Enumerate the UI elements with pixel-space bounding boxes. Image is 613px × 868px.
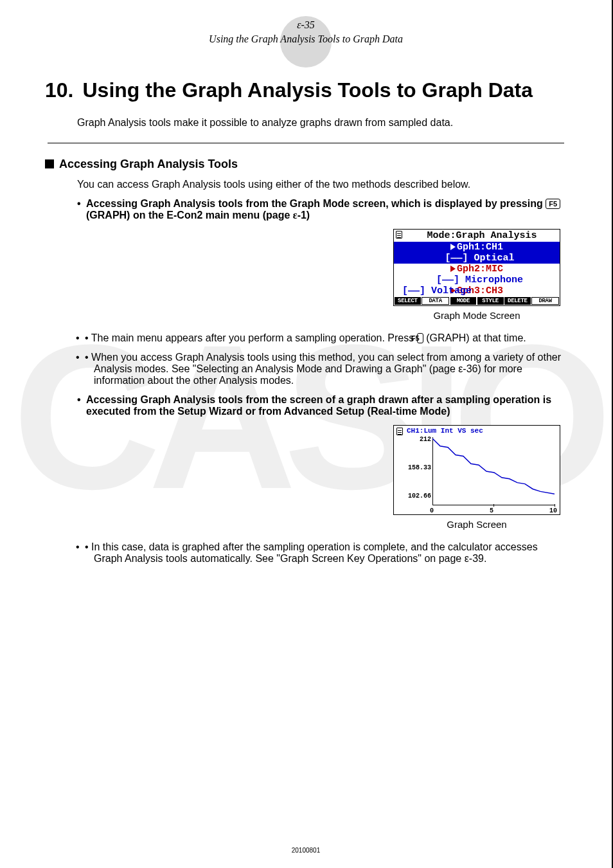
screen-mode-title: Mode:Graph Analysis (404, 230, 560, 242)
para-auto-access: • In this case, data is graphed after th… (85, 541, 567, 565)
graph-mode-screen: Mode:Graph Analysis Gph1:CH1 [——] Optica… (393, 229, 560, 306)
p1-pre: The main menu appears after you perform … (91, 332, 417, 343)
content: 10. Using the Graph Analysis Tools to Gr… (45, 77, 567, 565)
y-label-212: 212 (420, 436, 431, 443)
b1-pre: Accessing Graph Analysis tools from the … (86, 198, 546, 209)
graph-title: CH1:Lum Int VS sec (407, 427, 483, 435)
battery-icon-2 (396, 428, 403, 435)
para-main-menu: • The main menu appears after you perfor… (85, 332, 567, 344)
page-number: ε-35 (45, 19, 567, 31)
lead-paragraph: Graph Analysis tools make it possible to… (77, 117, 567, 129)
f4-style: STYLE (477, 297, 504, 305)
f5-delete: DELETE (504, 297, 531, 305)
graph-axes (432, 437, 555, 505)
x-label-0: 0 (430, 507, 434, 514)
x-label-5: 5 (490, 507, 493, 514)
p2-text: When you access Graph Analysis tools usi… (91, 352, 561, 386)
battery-icon (396, 231, 402, 239)
gph2-label: Gph2:MIC (457, 264, 503, 275)
screenshot-1-caption: Graph Mode Screen (393, 310, 560, 321)
bullet-method-1: Accessing Graph Analysis tools from the … (77, 198, 567, 221)
screenshot-2-col: CH1:Lum Int VS sec 212 158.33 102.66 0 (393, 425, 560, 530)
data-line (432, 437, 555, 505)
y-label-158: 158.33 (408, 464, 431, 471)
subheading-text: Accessing Graph Analysis Tools (59, 158, 238, 171)
para-analysis-modes: • When you access Graph Analysis tools u… (85, 352, 567, 386)
function-key-bar: SELECT DATA MODE STYLE DELETE DRAW (395, 297, 559, 305)
b1-post1: (GRAPH) on the E-Con2 main menu (page (86, 210, 293, 221)
bullet-method-2: Accessing Graph Analysis tools from the … (77, 394, 567, 417)
gph1-sensor: [——] Optical (394, 253, 560, 264)
gph1-row: Gph1:CH1 (394, 242, 560, 253)
b1-post2: -1) (298, 210, 310, 221)
f5-keycap-icon: F5 (546, 199, 560, 209)
square-bullet-icon (45, 159, 54, 168)
page-num-value: -35 (301, 19, 314, 30)
intro-text: You can access Graph Analysis tools usin… (77, 179, 567, 190)
x-label-10: 10 (549, 507, 557, 514)
gph2-sensor: [——] Microphone (394, 275, 560, 285)
section-number: 10. (45, 77, 73, 104)
screenshot-2-row: CH1:Lum Int VS sec 212 158.33 102.66 0 (45, 425, 560, 530)
p3-text: In this case, data is graphed after the … (91, 541, 538, 564)
gph1-label: Gph1:CH1 (457, 242, 503, 253)
screenshot-1-col: Mode:Graph Analysis Gph1:CH1 [——] Optica… (393, 229, 560, 321)
subheading-accessing: Accessing Graph Analysis Tools (45, 158, 567, 171)
section-title-text: Using the Graph Analysis Tools to Graph … (82, 77, 533, 104)
graph-screen: CH1:Lum Int VS sec 212 158.33 102.66 0 (393, 425, 560, 515)
section-title: 10. Using the Graph Analysis Tools to Gr… (45, 77, 567, 104)
f6-draw: DRAW (531, 297, 559, 305)
gph2-row: Gph2:MIC (394, 264, 560, 275)
gph3-sensor: [——] Voltage (395, 285, 473, 296)
p1-post: (GRAPH) at that time. (426, 332, 526, 343)
screenshot-1-row: Mode:Graph Analysis Gph1:CH1 [——] Optica… (45, 229, 560, 321)
x-tick-10 (555, 504, 555, 507)
page-subtitle: Using the Graph Analysis Tools to Graph … (45, 33, 567, 45)
triangle-icon (450, 266, 456, 272)
page: CASIO ε-35 Using the Graph Analysis Tool… (0, 0, 613, 868)
triangle-icon (450, 244, 456, 250)
screenshot-2-caption: Graph Screen (393, 519, 560, 530)
f2-data: DATA (422, 297, 449, 305)
f1-select: SELECT (395, 297, 421, 305)
separator (48, 143, 564, 143)
footer-date: 20100801 (0, 847, 612, 854)
f5-keycap-icon-2: F5 (417, 333, 423, 343)
f3-mode: MODE (450, 297, 477, 305)
y-label-102: 102.66 (408, 493, 431, 500)
page-header: ε-35 Using the Graph Analysis Tools to G… (45, 19, 567, 45)
epsilon-2: ε (293, 210, 298, 221)
